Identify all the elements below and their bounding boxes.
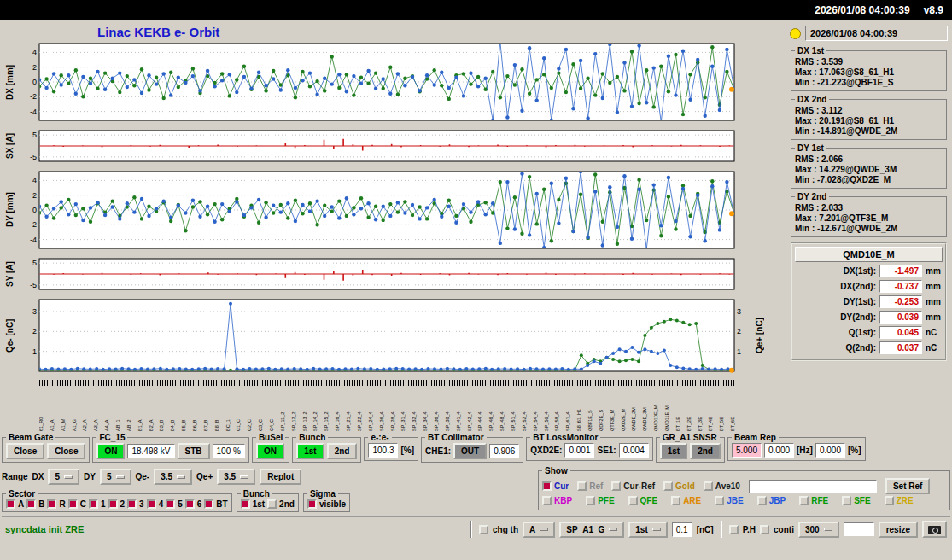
range-qe-plus-select[interactable]: 3.5 (217, 469, 255, 485)
fc15-stb-button[interactable]: STB (178, 443, 210, 459)
busel-on-button[interactable]: ON (256, 443, 284, 459)
sector-a-checkbox[interactable] (6, 499, 15, 509)
beam-gate-close-p-button[interactable]: Close (47, 443, 85, 459)
sector-1-checkbox[interactable] (89, 499, 98, 509)
sector-4-checkbox[interactable] (147, 499, 156, 509)
stat-group-dy-2nd: DY 2nd RMS : 2.033 Max : 7.201@QTF3E_M M… (791, 192, 947, 237)
sector-c-checkbox[interactable] (68, 499, 78, 509)
x-axis-label: SP_26_4 (380, 387, 385, 431)
range-dx-select[interactable]: 5 (48, 469, 79, 485)
sector-b-checkbox[interactable] (26, 499, 36, 509)
replot-button[interactable]: Replot (260, 469, 301, 485)
show-jbp-checkbox[interactable] (757, 496, 767, 505)
camera-button[interactable] (922, 521, 947, 537)
show-cur-checkbox[interactable] (542, 481, 552, 491)
sector-bt-checkbox[interactable] (204, 499, 213, 509)
sector-r-checkbox[interactable] (47, 499, 56, 509)
gr-snsr-group: GR_A1 SNSR 1st 2nd (656, 433, 725, 463)
monitor-row: Q(2nd): 0.037 nC (795, 341, 943, 354)
sector-2-checkbox[interactable] (108, 499, 118, 509)
svg-text:2: 2 (737, 327, 741, 335)
x-axis-label: SP_38_4 (446, 387, 451, 431)
show-are-checkbox[interactable] (671, 496, 680, 505)
gr-snsr-1st-button[interactable]: 1st (660, 443, 687, 459)
range-dy-select[interactable]: 5 (100, 469, 131, 485)
extra-input[interactable] (844, 522, 874, 536)
sy-steering-plot: 5-5 (17, 257, 751, 291)
bunch-2nd-checkbox[interactable] (267, 499, 277, 509)
sigma-visible-checkbox[interactable] (307, 499, 317, 509)
ref-name-input[interactable] (749, 480, 877, 493)
x-axis-label: SP_11_2 (281, 387, 286, 431)
monitor-readout: QMD10E_M DX(1st): -1.497 mm DX(2nd): -0.… (791, 242, 947, 361)
x-axis-label: BT_3E (698, 387, 704, 431)
show-kbp-checkbox[interactable] (542, 496, 552, 505)
show-rfe-checkbox[interactable] (799, 496, 809, 505)
bunch-2nd-button[interactable]: 2nd (327, 443, 358, 459)
x-axis-label: SP_41_4 (457, 387, 462, 431)
svg-text:1: 1 (737, 347, 741, 356)
sector-3-checkbox[interactable] (127, 499, 137, 509)
optmenu-dash-icon (177, 475, 185, 479)
chg-th-checkbox[interactable] (479, 525, 488, 534)
beam-rep-group: Beam Rep 5.000 0.000 [Hz] 0.000 [%] (727, 433, 866, 461)
monitor-row-unit: mm (926, 266, 943, 276)
show-jbp-label: JBP (769, 496, 786, 505)
dx-axis-label: DX [mm] (2, 42, 17, 122)
sector-1-label: 1 (101, 499, 106, 509)
bunch-1st-checkbox[interactable] (241, 499, 250, 509)
range-qe-minus-label: Qe- (136, 472, 150, 481)
sigma-label: Sigma (307, 489, 338, 499)
x-axis-label: A3_A (94, 387, 99, 431)
set-ref-button[interactable]: Set Ref (885, 478, 930, 494)
show-jbe-checkbox[interactable] (715, 496, 724, 505)
show-ref-checkbox[interactable] (577, 481, 587, 491)
conti-checkbox[interactable] (760, 525, 769, 534)
x-axis-label: B2_A (149, 387, 155, 431)
monitor-device-button[interactable]: QMD10E_M (795, 247, 943, 262)
beam-gate-label: Beam Gate (6, 433, 55, 442)
gr-snsr-2nd-button[interactable]: 2nd (690, 443, 721, 459)
ph-checkbox[interactable] (729, 525, 739, 534)
bunch-1st-label: 1st (253, 499, 265, 509)
x-axis-label: QXD2E_M (622, 387, 627, 431)
max-value: Max : 7.201@QTF3E_M (795, 213, 943, 223)
range-qe-minus-select[interactable]: 3.5 (154, 469, 192, 485)
show-qfe-checkbox[interactable] (628, 496, 638, 505)
show-pfe-checkbox[interactable] (586, 496, 595, 505)
svg-text:-4: -4 (30, 236, 37, 244)
show-gold-checkbox[interactable] (663, 481, 673, 491)
section-select[interactable]: A (523, 522, 555, 538)
che1-state-button[interactable]: OUT (453, 443, 487, 459)
interval-select[interactable]: 300 (798, 522, 839, 538)
optmenu-dash-icon (824, 528, 832, 531)
range-qe-plus-label: Qe+ (196, 472, 213, 481)
show-sfe-checkbox[interactable] (842, 496, 851, 505)
svg-text:0: 0 (32, 78, 37, 86)
bt-collimator-label: BT Collimator (425, 433, 487, 442)
timestamp-display: 2026/01/08 04:00:39 (805, 26, 948, 41)
stat-group-dy-2nd-label: DY 2nd (795, 192, 829, 201)
show-cur-ref-checkbox[interactable] (611, 481, 621, 491)
x-axis-label: B4_B (171, 387, 176, 431)
stat-group-dy-1st: DY 1st RMS : 2.066 Max : 14.229@QWDE_3M … (791, 143, 947, 189)
x-axis-label: BT_5E (720, 387, 725, 431)
statusbar-bunch-select[interactable]: 1st (628, 522, 667, 538)
monitor-row-value: -1.497 (879, 265, 922, 277)
beam-gate-close-e-button[interactable]: Close (6, 443, 44, 459)
max-value: Max : 20.191@S8_61_H1 (795, 116, 943, 125)
monitor-row-value: 0.039 (879, 311, 922, 324)
x-axis-label: QMD11E_M (665, 387, 670, 431)
sector-5-checkbox[interactable] (166, 499, 175, 509)
show-zre-checkbox[interactable] (885, 496, 894, 505)
bunch-1st-button[interactable]: 1st (296, 443, 324, 459)
x-axis-label: A4_A (105, 387, 110, 431)
fc15-on-button[interactable]: ON (96, 443, 125, 459)
device-select[interactable]: SP_A1_G (559, 522, 624, 538)
threshold-field[interactable]: 0.1 (672, 522, 692, 537)
x-axis-labels: 61_R0A1_AA1_MA1_GA2_AA3_AA4_AAB_1AB_2B1_… (39, 387, 736, 431)
sy-axis-label: SY [A] (2, 257, 17, 291)
sector-6-checkbox[interactable] (185, 499, 195, 509)
show-ave10-checkbox[interactable] (704, 481, 713, 491)
resize-button[interactable]: resize (879, 522, 918, 538)
